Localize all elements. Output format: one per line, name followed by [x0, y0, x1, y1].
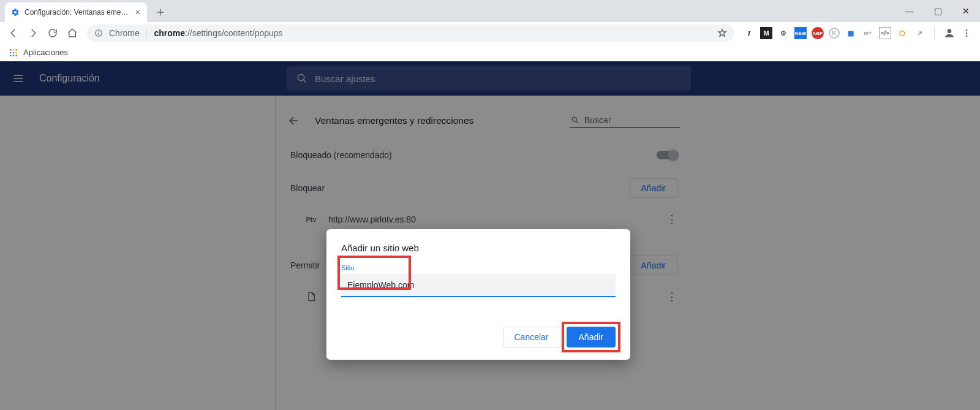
bookmark-star-icon[interactable]: [717, 28, 727, 38]
svg-point-13: [10, 55, 12, 56]
svg-point-1: [98, 31, 99, 32]
cancel-button[interactable]: Cancelar: [503, 327, 560, 347]
ext-icon[interactable]: NEW: [794, 27, 807, 39]
url-scheme-label: Chrome: [109, 28, 140, 38]
svg-point-12: [15, 51, 17, 53]
svg-point-3: [948, 29, 952, 33]
svg-point-9: [15, 49, 17, 51]
ext-icon[interactable]: ABP: [812, 27, 824, 39]
ext-icon[interactable]: ▦: [845, 27, 857, 39]
svg-point-14: [13, 55, 15, 56]
apps-link[interactable]: Aplicaciones: [23, 48, 68, 57]
extensions-icons: I M ⚙ NEW ABP K ▦ m+ </> ⬡ ↗: [741, 27, 975, 39]
dialog-actions: Cancelar Añadir: [341, 327, 616, 347]
omnibox[interactable]: Chrome | chrome://settings/content/popup…: [87, 25, 734, 42]
menu-icon[interactable]: [960, 27, 973, 39]
ext-icon[interactable]: ⚙: [777, 27, 790, 39]
svg-point-6: [966, 35, 968, 37]
add-site-dialog: Añadir un sitio web Sitio Cancelar Añadi…: [326, 229, 630, 360]
svg-point-15: [15, 55, 17, 56]
separator: [934, 27, 935, 39]
apps-icon[interactable]: [9, 48, 18, 58]
browser-toolbar: Chrome | chrome://settings/content/popup…: [0, 22, 980, 44]
maximize-button[interactable]: ▢: [924, 2, 952, 20]
confirm-button[interactable]: Añadir: [567, 327, 616, 347]
svg-point-7: [10, 49, 12, 51]
svg-point-10: [10, 51, 12, 53]
gear-icon: [11, 8, 20, 17]
ext-icon[interactable]: ↗: [913, 27, 925, 39]
ext-icon[interactable]: M: [760, 27, 772, 39]
svg-rect-2: [98, 32, 99, 35]
profile-icon[interactable]: [943, 27, 956, 39]
tab-title: Configuración: Ventanas emergentes: [24, 8, 130, 17]
ext-icon[interactable]: ⬡: [896, 27, 908, 39]
browser-tab[interactable]: Configuración: Ventanas emergentes: [5, 2, 147, 22]
back-button[interactable]: [5, 25, 22, 42]
ext-icon[interactable]: I: [743, 27, 755, 39]
svg-point-5: [966, 32, 968, 34]
dialog-title: Añadir un sitio web: [341, 243, 616, 253]
bookmark-bar: Aplicaciones: [0, 44, 980, 61]
reload-button[interactable]: [44, 25, 61, 42]
url-text: chrome://settings/content/popups: [154, 28, 282, 38]
forward-button[interactable]: [24, 25, 42, 42]
field-wrap: [341, 271, 616, 297]
svg-point-8: [13, 49, 15, 51]
close-window-button[interactable]: ✕: [952, 2, 980, 20]
minimize-button[interactable]: —: [895, 2, 924, 20]
svg-point-11: [13, 51, 15, 53]
ext-icon[interactable]: </>: [879, 27, 891, 39]
tab-strip: Configuración: Ventanas emergentes — ▢ ✕: [0, 0, 980, 22]
field-label: Sitio: [341, 264, 616, 271]
ext-icon[interactable]: m+: [862, 27, 874, 39]
home-button[interactable]: [64, 25, 81, 42]
site-info-icon[interactable]: [94, 29, 103, 37]
site-input[interactable]: [341, 274, 616, 297]
new-tab-button[interactable]: [152, 4, 169, 21]
svg-point-4: [966, 29, 968, 31]
window-controls: — ▢ ✕: [895, 0, 980, 22]
ext-icon[interactable]: K: [829, 28, 840, 39]
close-tab-icon[interactable]: [135, 9, 141, 15]
